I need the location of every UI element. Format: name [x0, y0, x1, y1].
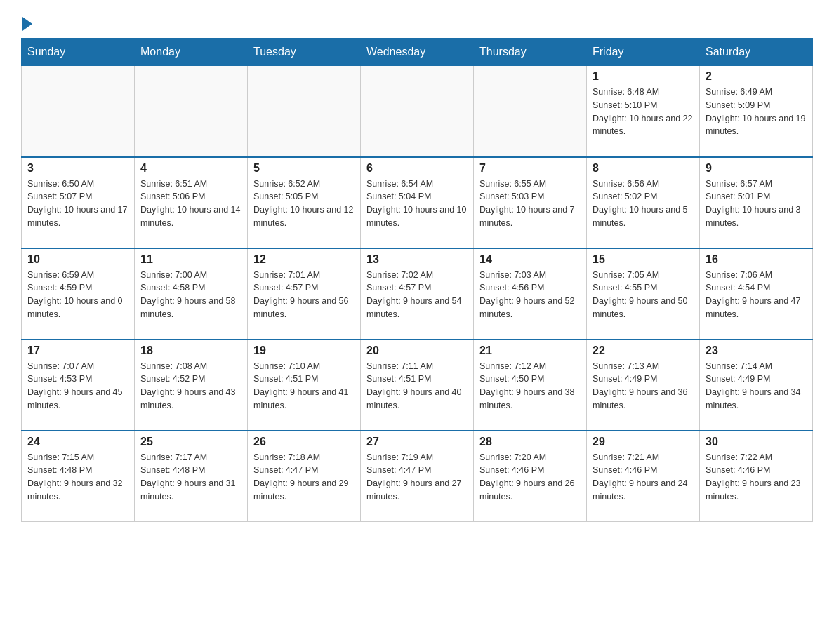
calendar-cell	[135, 66, 248, 157]
calendar-cell: 21Sunrise: 7:12 AMSunset: 4:50 PMDayligh…	[474, 340, 587, 431]
day-info: Sunrise: 7:14 AMSunset: 4:49 PMDaylight:…	[706, 360, 807, 412]
calendar-cell: 20Sunrise: 7:11 AMSunset: 4:51 PMDayligh…	[361, 340, 474, 431]
logo-arrow-icon	[22, 17, 32, 31]
day-info: Sunrise: 7:12 AMSunset: 4:50 PMDaylight:…	[479, 360, 581, 412]
day-number: 26	[253, 436, 355, 448]
calendar-week-row-3: 10Sunrise: 6:59 AMSunset: 4:59 PMDayligh…	[22, 248, 813, 340]
calendar-header-row: SundayMondayTuesdayWednesdayThursdayFrid…	[22, 39, 813, 66]
day-number: 11	[140, 253, 241, 266]
day-number: 23	[706, 344, 807, 357]
calendar-cell: 7Sunrise: 6:55 AMSunset: 5:03 PMDaylight…	[474, 157, 587, 248]
calendar-cell: 16Sunrise: 7:06 AMSunset: 4:54 PMDayligh…	[700, 248, 813, 340]
day-number: 12	[253, 253, 355, 266]
calendar-cell: 24Sunrise: 7:15 AMSunset: 4:48 PMDayligh…	[22, 431, 135, 522]
calendar-cell: 14Sunrise: 7:03 AMSunset: 4:56 PMDayligh…	[474, 248, 587, 340]
day-number: 5	[253, 162, 355, 175]
day-info: Sunrise: 7:08 AMSunset: 4:52 PMDaylight:…	[140, 360, 241, 412]
day-info: Sunrise: 7:00 AMSunset: 4:58 PMDaylight:…	[140, 269, 241, 321]
calendar-cell: 30Sunrise: 7:22 AMSunset: 4:46 PMDayligh…	[700, 431, 813, 522]
day-info: Sunrise: 7:22 AMSunset: 4:46 PMDaylight:…	[706, 451, 807, 504]
calendar-cell: 25Sunrise: 7:17 AMSunset: 4:48 PMDayligh…	[135, 431, 248, 522]
day-number: 18	[140, 344, 241, 357]
calendar-week-row-4: 17Sunrise: 7:07 AMSunset: 4:53 PMDayligh…	[22, 340, 813, 431]
day-info: Sunrise: 7:11 AMSunset: 4:51 PMDaylight:…	[366, 360, 468, 412]
calendar-cell: 15Sunrise: 7:05 AMSunset: 4:55 PMDayligh…	[587, 248, 700, 340]
weekday-header-sunday: Sunday	[22, 39, 135, 66]
day-info: Sunrise: 6:49 AMSunset: 5:09 PMDaylight:…	[706, 86, 807, 138]
weekday-header-thursday: Thursday	[474, 39, 587, 66]
day-number: 10	[27, 253, 128, 266]
day-info: Sunrise: 7:02 AMSunset: 4:57 PMDaylight:…	[366, 269, 468, 321]
day-info: Sunrise: 6:56 AMSunset: 5:02 PMDaylight:…	[593, 177, 694, 230]
day-number: 14	[479, 253, 581, 266]
calendar-cell: 12Sunrise: 7:01 AMSunset: 4:57 PMDayligh…	[248, 248, 361, 340]
day-number: 25	[140, 436, 241, 448]
day-info: Sunrise: 7:13 AMSunset: 4:49 PMDaylight:…	[593, 360, 694, 412]
day-info: Sunrise: 6:55 AMSunset: 5:03 PMDaylight:…	[479, 177, 581, 230]
header	[21, 14, 813, 31]
day-info: Sunrise: 6:51 AMSunset: 5:06 PMDaylight:…	[140, 177, 241, 230]
day-info: Sunrise: 6:52 AMSunset: 5:05 PMDaylight:…	[253, 177, 355, 230]
calendar-cell: 19Sunrise: 7:10 AMSunset: 4:51 PMDayligh…	[248, 340, 361, 431]
day-number: 7	[479, 162, 581, 175]
calendar-cell: 18Sunrise: 7:08 AMSunset: 4:52 PMDayligh…	[135, 340, 248, 431]
day-number: 29	[593, 436, 694, 448]
day-number: 3	[27, 162, 128, 175]
weekday-header-monday: Monday	[135, 39, 248, 66]
day-info: Sunrise: 7:21 AMSunset: 4:46 PMDaylight:…	[593, 451, 694, 504]
calendar-cell: 9Sunrise: 6:57 AMSunset: 5:01 PMDaylight…	[700, 157, 813, 248]
calendar-cell: 13Sunrise: 7:02 AMSunset: 4:57 PMDayligh…	[361, 248, 474, 340]
calendar-cell	[248, 66, 361, 157]
calendar-cell: 23Sunrise: 7:14 AMSunset: 4:49 PMDayligh…	[700, 340, 813, 431]
day-info: Sunrise: 7:03 AMSunset: 4:56 PMDaylight:…	[479, 269, 581, 321]
day-info: Sunrise: 7:20 AMSunset: 4:46 PMDaylight:…	[479, 451, 581, 504]
day-number: 22	[593, 344, 694, 357]
day-info: Sunrise: 6:48 AMSunset: 5:10 PMDaylight:…	[593, 86, 694, 138]
calendar-cell	[22, 66, 135, 157]
calendar-cell: 2Sunrise: 6:49 AMSunset: 5:09 PMDaylight…	[700, 66, 813, 157]
calendar-cell: 27Sunrise: 7:19 AMSunset: 4:47 PMDayligh…	[361, 431, 474, 522]
day-number: 1	[593, 70, 694, 83]
day-number: 6	[366, 162, 468, 175]
day-number: 13	[366, 253, 468, 266]
weekday-header-wednesday: Wednesday	[361, 39, 474, 66]
day-number: 21	[479, 344, 581, 357]
calendar-cell: 5Sunrise: 6:52 AMSunset: 5:05 PMDaylight…	[248, 157, 361, 248]
calendar-cell: 26Sunrise: 7:18 AMSunset: 4:47 PMDayligh…	[248, 431, 361, 522]
day-info: Sunrise: 7:07 AMSunset: 4:53 PMDaylight:…	[27, 360, 128, 412]
day-info: Sunrise: 7:01 AMSunset: 4:57 PMDaylight:…	[253, 269, 355, 321]
day-info: Sunrise: 7:10 AMSunset: 4:51 PMDaylight:…	[253, 360, 355, 412]
calendar-cell: 11Sunrise: 7:00 AMSunset: 4:58 PMDayligh…	[135, 248, 248, 340]
day-number: 30	[706, 436, 807, 448]
calendar-week-row-2: 3Sunrise: 6:50 AMSunset: 5:07 PMDaylight…	[22, 157, 813, 248]
day-info: Sunrise: 6:57 AMSunset: 5:01 PMDaylight:…	[706, 177, 807, 230]
day-info: Sunrise: 7:15 AMSunset: 4:48 PMDaylight:…	[27, 451, 128, 504]
calendar-cell: 17Sunrise: 7:07 AMSunset: 4:53 PMDayligh…	[22, 340, 135, 431]
calendar-cell: 4Sunrise: 6:51 AMSunset: 5:06 PMDaylight…	[135, 157, 248, 248]
calendar-cell	[474, 66, 587, 157]
day-info: Sunrise: 6:50 AMSunset: 5:07 PMDaylight:…	[27, 177, 128, 230]
calendar-cell: 10Sunrise: 6:59 AMSunset: 4:59 PMDayligh…	[22, 248, 135, 340]
day-number: 16	[706, 253, 807, 266]
day-info: Sunrise: 7:17 AMSunset: 4:48 PMDaylight:…	[140, 451, 241, 504]
day-info: Sunrise: 7:18 AMSunset: 4:47 PMDaylight:…	[253, 451, 355, 504]
calendar-week-row-1: 1Sunrise: 6:48 AMSunset: 5:10 PMDaylight…	[22, 66, 813, 157]
day-info: Sunrise: 7:19 AMSunset: 4:47 PMDaylight:…	[366, 451, 468, 504]
day-number: 19	[253, 344, 355, 357]
day-info: Sunrise: 7:06 AMSunset: 4:54 PMDaylight:…	[706, 269, 807, 321]
calendar: SundayMondayTuesdayWednesdayThursdayFrid…	[21, 38, 813, 522]
calendar-cell: 29Sunrise: 7:21 AMSunset: 4:46 PMDayligh…	[587, 431, 700, 522]
day-info: Sunrise: 6:59 AMSunset: 4:59 PMDaylight:…	[27, 269, 128, 321]
weekday-header-tuesday: Tuesday	[248, 39, 361, 66]
day-number: 27	[366, 436, 468, 448]
calendar-cell: 3Sunrise: 6:50 AMSunset: 5:07 PMDaylight…	[22, 157, 135, 248]
weekday-header-saturday: Saturday	[700, 39, 813, 66]
day-number: 24	[27, 436, 128, 448]
logo	[21, 14, 32, 31]
day-number: 28	[479, 436, 581, 448]
calendar-cell: 22Sunrise: 7:13 AMSunset: 4:49 PMDayligh…	[587, 340, 700, 431]
day-info: Sunrise: 6:54 AMSunset: 5:04 PMDaylight:…	[366, 177, 468, 230]
weekday-header-friday: Friday	[587, 39, 700, 66]
day-number: 15	[593, 253, 694, 266]
calendar-cell: 28Sunrise: 7:20 AMSunset: 4:46 PMDayligh…	[474, 431, 587, 522]
